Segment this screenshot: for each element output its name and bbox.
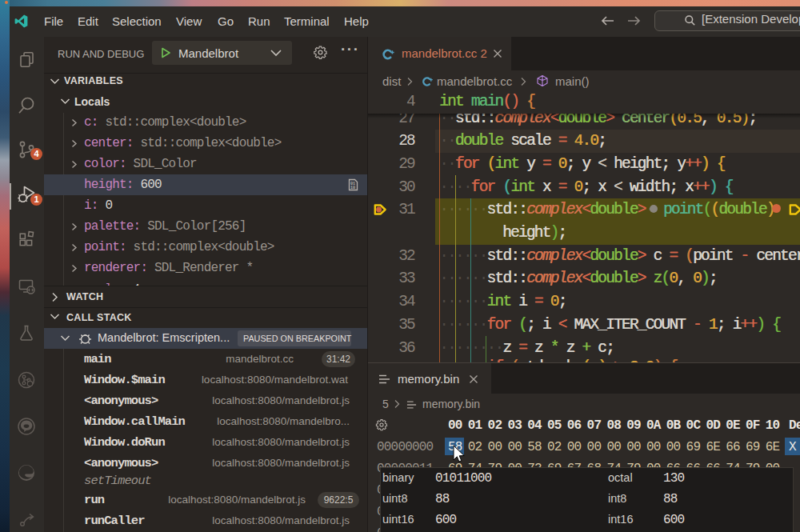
svg-text:10: 10: [350, 186, 355, 190]
